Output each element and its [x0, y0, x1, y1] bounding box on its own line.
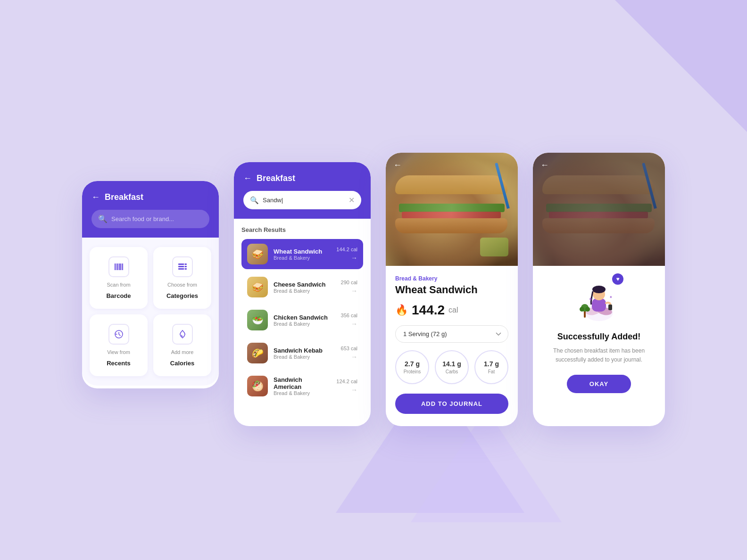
macros-row: 2.7 g Proteins 14.1 g Carbs 1.7 g Fat: [395, 350, 508, 384]
fire-icon: 🔥: [395, 304, 408, 316]
svg-rect-7: [178, 264, 187, 265]
categories-bold-label: Categories: [166, 292, 198, 299]
back-arrow-icon-2[interactable]: ←: [243, 173, 252, 183]
screen1-header: ← Breakfast 🔍: [82, 181, 219, 238]
result-wheat-sandwich[interactable]: 🥪 Wheat Sandwich Bread & Bakery 144.2 ca…: [241, 239, 363, 269]
scan-bold-label: Barcode: [106, 292, 131, 299]
screens-container: ← Breakfast 🔍: [63, 124, 684, 454]
wheat-sandwich-category: Bread & Bakery: [274, 255, 331, 261]
screen3-food-image: ←: [386, 153, 518, 266]
screen3-back-btn[interactable]: ←: [393, 160, 402, 170]
wheat-sandwich-cal: 144.2 cal: [336, 247, 357, 252]
american-name: Sandwich American: [274, 376, 331, 390]
screen3-body: Bread & Bakery Wheat Sandwich 🔥 144.2 ca…: [386, 266, 518, 423]
okay-button[interactable]: OKAY: [567, 375, 631, 393]
result-american[interactable]: 🥙 Sandwich American Bread & Bakery 124.2…: [241, 371, 363, 401]
kebab-name: Sandwich Kebab: [274, 347, 335, 354]
result-cheese-sandwich[interactable]: 🥪 Cheese Sandwich Bread & Bakery 290 cal…: [241, 272, 363, 302]
chicken-sandwich-category: Bread & Bakery: [274, 321, 335, 327]
dark-overlay: [533, 153, 665, 266]
kebab-thumb: 🌮: [247, 343, 268, 363]
cheese-sandwich-cal: 290 cal: [341, 280, 357, 285]
add-to-journal-button[interactable]: ADD TO JOURNAL: [395, 394, 508, 414]
chicken-sandwich-cal: 356 cal: [341, 313, 357, 318]
screen1-home: ← Breakfast 🔍: [82, 181, 219, 388]
recents-option[interactable]: View from Recents: [90, 314, 148, 376]
svg-rect-6: [122, 264, 123, 270]
svg-rect-4: [119, 264, 121, 270]
screen4-back-btn[interactable]: ←: [540, 160, 549, 170]
recents-icon: [108, 324, 129, 345]
success-illustration: ♥: [575, 277, 622, 324]
back-arrow-icon[interactable]: ←: [91, 192, 100, 202]
screen2-search-bar[interactable]: 🔍 ✕: [243, 191, 361, 209]
screen2-title: Breakfast: [257, 173, 295, 183]
recents-bold-label: Recents: [107, 360, 131, 367]
kebab-category: Bread & Bakery: [274, 354, 335, 360]
search-icon-2: 🔍: [250, 196, 259, 205]
serving-select[interactable]: 1 Serving (72 g) 2 Serving (144 g): [395, 325, 508, 343]
fat-value: 1.7 g: [484, 360, 499, 368]
kebab-cal: 653 cal: [341, 346, 357, 351]
screen2-search-results: ← Breakfast 🔍 ✕ Search Results 🥪 Wheat S…: [234, 162, 371, 426]
svg-point-24: [585, 307, 590, 312]
proteins-bubble: 2.7 g Proteins: [395, 350, 429, 384]
result-chicken-sandwich[interactable]: 🥗 Chicken Sandwich Bread & Bakery 356 ca…: [241, 305, 363, 335]
kebab-arrow: →: [351, 353, 357, 361]
chicken-sandwich-name: Chicken Sandwich: [274, 314, 335, 321]
svg-rect-9: [178, 268, 187, 270]
barcode-icon: [108, 256, 129, 277]
screen4-success: ← ♥: [533, 153, 665, 426]
screen4-body: ♥: [533, 266, 665, 404]
carbs-value: 14.1 g: [442, 360, 461, 368]
recents-top-label: View from: [107, 349, 130, 355]
screen2-header: ← Breakfast 🔍 ✕: [234, 162, 371, 219]
clear-icon[interactable]: ✕: [349, 196, 355, 205]
svg-point-23: [580, 307, 584, 312]
chicken-arrow: →: [351, 320, 357, 328]
screen1-search-bar[interactable]: 🔍: [91, 210, 209, 228]
categories-top-label: Choose from: [167, 282, 197, 288]
food-name: Wheat Sandwich: [395, 284, 508, 296]
result-kebab[interactable]: 🌮 Sandwich Kebab Bread & Bakery 653 cal …: [241, 338, 363, 368]
svg-point-19: [592, 286, 606, 293]
calories-icon: [172, 324, 193, 345]
cheese-sandwich-thumb: 🥪: [247, 277, 268, 297]
food-category: Bread & Bakery: [395, 275, 508, 282]
screen1-title: Breakfast: [105, 192, 143, 202]
fat-label: Fat: [488, 369, 495, 374]
success-desc: The chosen breakfast item has been succe…: [542, 346, 656, 364]
screen1-search-input[interactable]: [111, 215, 203, 222]
wheat-sandwich-arrow: →: [351, 254, 357, 262]
svg-rect-2: [117, 264, 118, 270]
screen2-search-input[interactable]: [263, 197, 345, 204]
calories-option[interactable]: Add more Calories: [153, 314, 211, 376]
carbs-label: Carbs: [446, 369, 458, 374]
svg-rect-10: [184, 264, 185, 265]
cheese-arrow: →: [351, 287, 357, 295]
svg-rect-8: [178, 266, 187, 267]
svg-rect-3: [118, 264, 119, 270]
cheese-sandwich-name: Cheese Sandwich: [274, 281, 335, 288]
search-icon: 🔍: [98, 214, 108, 223]
scan-barcode-option[interactable]: Scan from Barcode: [90, 247, 148, 309]
options-grid: Scan from Barcode: [90, 247, 211, 376]
calories-top-label: Add more: [171, 349, 194, 355]
svg-text:✦: ✦: [609, 295, 613, 299]
american-cal: 124.2 cal: [336, 379, 357, 384]
success-title: Successfully Added!: [557, 332, 640, 342]
screen1-body: Scan from Barcode: [82, 238, 219, 386]
svg-rect-12: [184, 268, 185, 270]
proteins-label: Proteins: [404, 369, 421, 374]
categories-icon: [172, 256, 193, 277]
image-overlay: [386, 153, 518, 266]
categories-option[interactable]: Choose from Categories: [153, 247, 211, 309]
svg-rect-11: [184, 266, 185, 267]
wheat-sandwich-name: Wheat Sandwich: [274, 248, 331, 255]
american-category: Bread & Bakery: [274, 390, 331, 396]
svg-text:✦: ✦: [589, 296, 592, 302]
proteins-value: 2.7 g: [405, 360, 420, 368]
cal-unit: cal: [448, 306, 458, 314]
chicken-sandwich-thumb: 🥗: [247, 310, 268, 330]
screen3-detail: ← Bread & Bakery Wheat Sandwich 🔥 144.2 …: [386, 153, 518, 426]
